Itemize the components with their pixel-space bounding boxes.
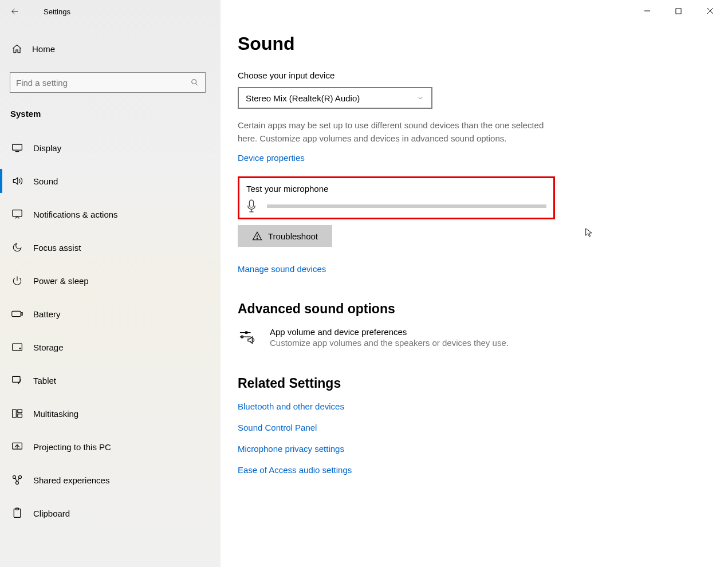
minimize-icon bbox=[644, 7, 651, 14]
clipboard-icon bbox=[11, 507, 23, 519]
sidebar: Settings Home System Display Sound Notif… bbox=[0, 0, 221, 567]
svg-point-0 bbox=[192, 80, 196, 84]
svg-rect-2 bbox=[13, 210, 22, 216]
close-button[interactable] bbox=[694, 2, 726, 19]
close-icon bbox=[707, 7, 714, 14]
svg-rect-17 bbox=[676, 8, 681, 13]
advanced-options-heading: Advanced sound options bbox=[238, 301, 711, 317]
nav-label: Clipboard bbox=[33, 509, 70, 518]
svg-rect-5 bbox=[13, 344, 22, 351]
maximize-icon bbox=[675, 8, 682, 14]
device-properties-link[interactable]: Device properties bbox=[238, 153, 305, 163]
svg-point-19 bbox=[257, 238, 257, 239]
nav-item-display[interactable]: Display bbox=[0, 131, 221, 164]
app-volume-desc: Customize app volumes and the speakers o… bbox=[270, 338, 509, 348]
display-icon bbox=[11, 143, 23, 152]
related-link-microphone-privacy[interactable]: Microphone privacy settings bbox=[238, 444, 711, 454]
home-button[interactable]: Home bbox=[0, 34, 221, 63]
nav-label: Projecting to this PC bbox=[33, 442, 111, 452]
multitasking-icon bbox=[11, 408, 23, 419]
troubleshoot-button[interactable]: Troubleshoot bbox=[238, 225, 332, 247]
warning-icon bbox=[252, 231, 262, 241]
main-content: Sound Choose your input device Stereo Mi… bbox=[221, 0, 728, 567]
search-icon bbox=[190, 78, 199, 87]
mixer-icon bbox=[238, 329, 258, 348]
related-link-ease-of-access[interactable]: Ease of Access audio settings bbox=[238, 465, 711, 475]
nav-label: Multitasking bbox=[33, 409, 78, 419]
input-device-dropdown[interactable]: Stereo Mix (Realtek(R) Audio) bbox=[238, 87, 432, 109]
search-box[interactable] bbox=[10, 72, 206, 93]
projecting-icon bbox=[11, 442, 23, 452]
nav-label: Display bbox=[33, 143, 61, 153]
svg-rect-3 bbox=[12, 311, 21, 316]
svg-rect-8 bbox=[13, 410, 17, 417]
svg-rect-4 bbox=[21, 313, 22, 316]
nav-list: Display Sound Notifications & actions Fo… bbox=[0, 131, 221, 530]
nav-label: Storage bbox=[33, 342, 64, 352]
svg-point-14 bbox=[16, 482, 19, 485]
tablet-icon bbox=[11, 375, 23, 385]
dropdown-value: Stereo Mix (Realtek(R) Audio) bbox=[246, 93, 360, 103]
search-input[interactable] bbox=[16, 78, 190, 88]
related-link-sound-control-panel[interactable]: Sound Control Panel bbox=[238, 423, 711, 432]
mic-level-row bbox=[246, 199, 546, 213]
maximize-button[interactable] bbox=[663, 2, 694, 19]
nav-item-storage[interactable]: Storage bbox=[0, 330, 221, 364]
nav-item-clipboard[interactable]: Clipboard bbox=[0, 497, 221, 530]
home-label: Home bbox=[32, 44, 55, 54]
cursor-pointer-icon bbox=[585, 228, 593, 237]
storage-icon bbox=[11, 342, 23, 352]
microphone-icon bbox=[246, 199, 257, 213]
power-icon bbox=[11, 275, 23, 286]
page-title: Sound bbox=[238, 33, 711, 54]
battery-icon bbox=[11, 310, 23, 318]
nav-label: Shared experiences bbox=[33, 475, 109, 485]
nav-label: Notifications & actions bbox=[33, 210, 118, 219]
mic-level-bar bbox=[267, 204, 546, 208]
nav-label: Focus assist bbox=[33, 243, 81, 253]
nav-label: Tablet bbox=[33, 376, 56, 385]
nav-item-shared-experiences[interactable]: Shared experiences bbox=[0, 463, 221, 497]
nav-label: Sound bbox=[33, 176, 58, 186]
sound-icon bbox=[11, 175, 23, 187]
related-link-bluetooth[interactable]: Bluetooth and other devices bbox=[238, 401, 711, 411]
input-device-helper: Certain apps may be set up to use differ… bbox=[238, 119, 547, 145]
test-mic-label: Test your microphone bbox=[246, 184, 546, 194]
shared-experiences-icon bbox=[11, 474, 23, 486]
nav-item-sound[interactable]: Sound bbox=[0, 164, 221, 198]
related-settings-heading: Related Settings bbox=[238, 376, 711, 391]
window-title: Settings bbox=[44, 7, 70, 16]
nav-item-notifications[interactable]: Notifications & actions bbox=[0, 198, 221, 231]
nav-item-tablet[interactable]: Tablet bbox=[0, 364, 221, 397]
minimize-button[interactable] bbox=[631, 2, 663, 19]
nav-item-power-sleep[interactable]: Power & sleep bbox=[0, 264, 221, 297]
input-device-label: Choose your input device bbox=[238, 70, 711, 80]
nav-label: Battery bbox=[33, 309, 61, 319]
nav-item-multitasking[interactable]: Multitasking bbox=[0, 397, 221, 430]
home-icon bbox=[11, 44, 23, 54]
category-heading: System bbox=[10, 109, 221, 119]
nav-item-focus-assist[interactable]: Focus assist bbox=[0, 231, 221, 264]
svg-rect-7 bbox=[13, 376, 20, 382]
troubleshoot-label: Troubleshoot bbox=[268, 231, 318, 241]
focus-assist-icon bbox=[11, 242, 23, 253]
related-links: Bluetooth and other devices Sound Contro… bbox=[238, 401, 711, 475]
notifications-icon bbox=[11, 209, 23, 219]
svg-rect-9 bbox=[18, 410, 22, 412]
manage-sound-devices-link[interactable]: Manage sound devices bbox=[238, 264, 326, 274]
app-volume-title: App volume and device preferences bbox=[270, 327, 509, 337]
svg-rect-15 bbox=[14, 509, 20, 518]
nav-item-battery[interactable]: Battery bbox=[0, 297, 221, 330]
svg-rect-1 bbox=[13, 144, 22, 150]
back-button[interactable] bbox=[7, 3, 23, 19]
chevron-down-icon bbox=[416, 94, 424, 102]
nav-item-projecting[interactable]: Projecting to this PC bbox=[0, 430, 221, 463]
svg-rect-10 bbox=[18, 414, 22, 418]
app-volume-preferences[interactable]: App volume and device preferences Custom… bbox=[238, 327, 711, 348]
nav-label: Power & sleep bbox=[33, 276, 89, 286]
test-microphone-highlight: Test your microphone bbox=[238, 176, 555, 219]
sidebar-header: Settings bbox=[0, 0, 221, 23]
svg-rect-18 bbox=[249, 200, 253, 207]
svg-point-6 bbox=[19, 348, 21, 349]
arrow-left-icon bbox=[10, 6, 20, 17]
